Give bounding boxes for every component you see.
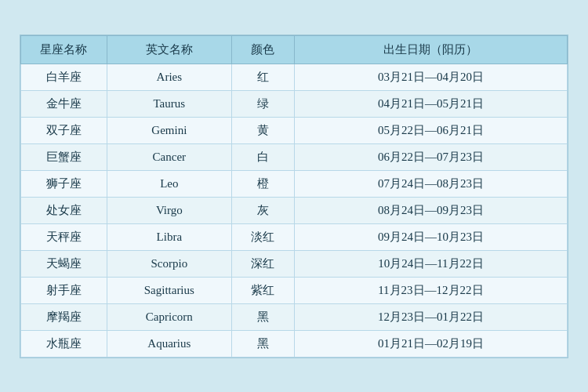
cell-chinese: 金牛座 bbox=[21, 90, 107, 117]
table-header-row: 星座名称 英文名称 颜色 出生日期（阳历） bbox=[21, 35, 568, 64]
cell-date: 10月24日—11月22日 bbox=[294, 250, 567, 277]
cell-color: 橙 bbox=[232, 170, 295, 197]
header-chinese: 星座名称 bbox=[21, 35, 107, 64]
cell-date: 04月21日—05月21日 bbox=[294, 90, 567, 117]
cell-chinese: 处女座 bbox=[21, 197, 107, 223]
table-row: 巨蟹座Cancer白06月22日—07月23日 bbox=[21, 143, 568, 170]
cell-date: 01月21日—02月19日 bbox=[294, 330, 567, 357]
cell-english: Aries bbox=[107, 64, 232, 90]
cell-chinese: 摩羯座 bbox=[21, 303, 107, 330]
cell-chinese: 白羊座 bbox=[21, 64, 107, 90]
cell-chinese: 射手座 bbox=[21, 277, 107, 303]
cell-english: Gemini bbox=[107, 117, 232, 143]
cell-english: Sagittarius bbox=[107, 277, 232, 303]
cell-color: 淡红 bbox=[232, 223, 295, 250]
cell-color: 黑 bbox=[232, 330, 295, 357]
header-date: 出生日期（阳历） bbox=[294, 35, 567, 64]
cell-english: Virgo bbox=[107, 197, 232, 223]
cell-date: 11月23日—12月22日 bbox=[294, 277, 567, 303]
cell-date: 08月24日—09月23日 bbox=[294, 197, 567, 223]
cell-english: Scorpio bbox=[107, 250, 232, 277]
table-row: 摩羯座Capricorn黑12月23日—01月22日 bbox=[21, 303, 568, 330]
cell-color: 紫红 bbox=[232, 277, 295, 303]
cell-date: 09月24日—10月23日 bbox=[294, 223, 567, 250]
cell-chinese: 狮子座 bbox=[21, 170, 107, 197]
cell-date: 06月22日—07月23日 bbox=[294, 143, 567, 170]
table-row: 处女座Virgo灰08月24日—09月23日 bbox=[21, 197, 568, 223]
cell-date: 03月21日—04月20日 bbox=[294, 64, 567, 90]
cell-color: 黑 bbox=[232, 303, 295, 330]
header-english: 英文名称 bbox=[107, 35, 232, 64]
cell-english: Aquarius bbox=[107, 330, 232, 357]
header-color: 颜色 bbox=[232, 35, 295, 64]
cell-chinese: 水瓶座 bbox=[21, 330, 107, 357]
cell-chinese: 巨蟹座 bbox=[21, 143, 107, 170]
table-row: 天蝎座Scorpio深红10月24日—11月22日 bbox=[21, 250, 568, 277]
cell-chinese: 双子座 bbox=[21, 117, 107, 143]
cell-english: Taurus bbox=[107, 90, 232, 117]
cell-english: Capricorn bbox=[107, 303, 232, 330]
cell-color: 黄 bbox=[232, 117, 295, 143]
cell-color: 红 bbox=[232, 64, 295, 90]
cell-chinese: 天蝎座 bbox=[21, 250, 107, 277]
cell-date: 07月24日—08月23日 bbox=[294, 170, 567, 197]
cell-date: 05月22日—06月21日 bbox=[294, 117, 567, 143]
cell-color: 灰 bbox=[232, 197, 295, 223]
cell-english: Libra bbox=[107, 223, 232, 250]
cell-color: 白 bbox=[232, 143, 295, 170]
table-row: 狮子座Leo橙07月24日—08月23日 bbox=[21, 170, 568, 197]
table-row: 水瓶座Aquarius黑01月21日—02月19日 bbox=[21, 330, 568, 357]
cell-color: 绿 bbox=[232, 90, 295, 117]
cell-color: 深红 bbox=[232, 250, 295, 277]
table-row: 白羊座Aries红03月21日—04月20日 bbox=[21, 64, 568, 90]
zodiac-table: 星座名称 英文名称 颜色 出生日期（阳历） 白羊座Aries红03月21日—04… bbox=[20, 35, 568, 358]
table-row: 天秤座Libra淡红09月24日—10月23日 bbox=[21, 223, 568, 250]
cell-english: Cancer bbox=[107, 143, 232, 170]
table-row: 金牛座Taurus绿04月21日—05月21日 bbox=[21, 90, 568, 117]
zodiac-table-container: 星座名称 英文名称 颜色 出生日期（阳历） 白羊座Aries红03月21日—04… bbox=[20, 34, 568, 358]
cell-date: 12月23日—01月22日 bbox=[294, 303, 567, 330]
cell-english: Leo bbox=[107, 170, 232, 197]
cell-chinese: 天秤座 bbox=[21, 223, 107, 250]
table-row: 双子座Gemini黄05月22日—06月21日 bbox=[21, 117, 568, 143]
table-row: 射手座Sagittarius紫红11月23日—12月22日 bbox=[21, 277, 568, 303]
